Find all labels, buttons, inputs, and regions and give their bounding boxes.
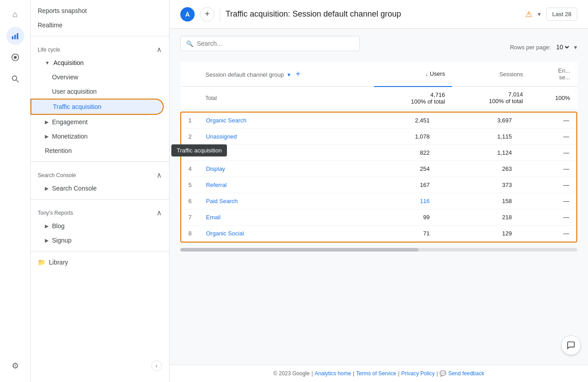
sidebar-item-realtime[interactable]: Realtime <box>30 18 169 32</box>
channel-name[interactable]: Referral <box>199 177 354 193</box>
sessions-value: 129 <box>437 225 519 241</box>
channel-name[interactable]: Organic Social <box>199 225 354 241</box>
users-value: 2,451 <box>355 113 437 129</box>
totals-label-cell: Total <box>198 87 374 110</box>
col-eng-header[interactable]: En...se... <box>530 62 577 87</box>
totals-sessions-cell: 7,014 100% of total <box>452 87 530 110</box>
lifecycle-chevron[interactable]: ∧ <box>157 45 162 54</box>
horizontal-scrollbar[interactable] <box>180 248 577 252</box>
table-row: 4 Display 254 263 — <box>181 161 576 177</box>
rows-per-page-control: Rows per page: 10 25 50 ▾ <box>510 43 577 51</box>
channel-name[interactable]: Email <box>199 209 354 225</box>
advertising-icon[interactable] <box>6 48 24 66</box>
totals-row: Total 4,716 100% of total 7,014 100% of … <box>180 87 577 110</box>
icon-rail: ⌂ ⚙ <box>0 0 30 382</box>
users-value: 116 <box>355 193 437 209</box>
content-area: 🔍 Rows per page: 10 25 50 ▾ Session def <box>170 29 588 365</box>
sidebar-item-acquisition[interactable]: ▼ Acquisition <box>30 56 169 70</box>
table-row: 7 Email 99 218 — <box>181 209 576 225</box>
users-value: 167 <box>355 177 437 193</box>
users-value: 99 <box>355 209 437 225</box>
analytics-home-link[interactable]: Analytics home <box>315 370 351 377</box>
user-acquisition-label: User acquisition <box>52 88 97 95</box>
analytics-icon[interactable] <box>6 27 24 45</box>
sidebar-item-library[interactable]: 📁 Library <box>30 255 169 269</box>
eng-value: — <box>519 144 576 161</box>
row-num: 5 <box>181 177 199 193</box>
search-console-chevron[interactable]: ∧ <box>157 171 162 179</box>
sort-arrow: ↓ <box>426 71 428 77</box>
main-header: A + Traffic acquisition: Session default… <box>170 0 588 29</box>
eng-value: — <box>519 177 576 193</box>
date-range-button[interactable]: Last 28 <box>546 8 577 21</box>
search-input[interactable] <box>197 40 354 47</box>
dimension-filter-icon[interactable]: ▾ <box>287 71 291 78</box>
table-row: 6 Paid Search 116 158 — <box>181 193 576 209</box>
scrollbar-thumb[interactable] <box>180 248 418 252</box>
signup-label: Signup <box>52 237 72 244</box>
eng-value: — <box>519 113 576 129</box>
col-num <box>180 62 198 87</box>
title-dropdown-arrow[interactable]: ▾ <box>538 11 541 17</box>
channel-name[interactable]: Organic Search <box>199 113 354 129</box>
sidebar-collapse-button[interactable]: ‹ <box>151 360 162 371</box>
channel-name[interactable]: Paid Search <box>199 193 354 209</box>
tonys-reports-chevron[interactable]: ∧ <box>157 208 162 217</box>
eng-value: — <box>519 193 576 209</box>
tonys-reports-section: Tony's Reports ∧ <box>30 203 169 219</box>
channel-name[interactable]: Display <box>199 161 354 177</box>
lifecycle-section: Life cycle ∧ <box>30 40 169 56</box>
sidebar-item-retention[interactable]: Retention <box>30 143 169 158</box>
sidebar-item-user-acquisition[interactable]: User acquisition <box>30 84 169 99</box>
lifecycle-label: Life cycle <box>38 47 60 53</box>
privacy-policy-link[interactable]: Privacy Policy <box>401 370 435 377</box>
sessions-value: 1,124 <box>437 144 519 161</box>
sessions-value: 263 <box>437 161 519 177</box>
search-bar: 🔍 <box>180 36 360 51</box>
table-row: 3 Direct 822 1,124 — <box>181 144 576 161</box>
settings-icon[interactable]: ⚙ <box>6 357 24 375</box>
col-dimension-header[interactable]: Session default channel group ▾ + <box>198 62 374 87</box>
sidebar-item-overview[interactable]: Overview <box>30 70 169 84</box>
engagement-arrow: ▶ <box>45 119 48 125</box>
search-console-section: Search Console ∧ <box>30 165 169 181</box>
rows-per-page-select[interactable]: 10 25 50 <box>554 43 571 51</box>
header-divider <box>220 7 220 22</box>
svg-point-4 <box>13 56 17 59</box>
users-value: 822 <box>355 144 437 161</box>
main-content: A + Traffic acquisition: Session default… <box>170 0 588 382</box>
data-table-wrapper: 1 Organic Search 2,451 3,697 — 2 Unassig… <box>180 112 577 243</box>
channel-name[interactable]: Unassigned <box>199 128 354 144</box>
blog-arrow: ▶ <box>45 223 48 229</box>
traffic-acquisition-tooltip: Traffic acquisition <box>171 144 227 156</box>
sidebar-item-signup[interactable]: ▶ Signup <box>30 233 169 247</box>
sidebar-item-blog[interactable]: ▶ Blog <box>30 219 169 233</box>
acquisition-arrow: ▼ <box>45 60 50 65</box>
sidebar-item-reports-snapshot[interactable]: Reports snapshot <box>30 4 169 18</box>
sidebar-item-monetization[interactable]: ▶ Monetization <box>30 129 169 143</box>
chat-button[interactable] <box>561 335 581 355</box>
sessions-value: 373 <box>437 177 519 193</box>
sidebar-item-search-console[interactable]: ▶ Search Console <box>30 181 169 195</box>
add-button[interactable]: + <box>200 7 214 22</box>
warning-icon: ⚠ <box>525 9 532 19</box>
terms-of-service-link[interactable]: Terms of Service <box>356 370 396 377</box>
search-console-item-label: Search Console <box>52 185 97 192</box>
feedback-icon: 💬 <box>440 370 446 377</box>
overview-label: Overview <box>52 74 78 81</box>
eng-value: — <box>519 225 576 241</box>
search-console-arrow: ▶ <box>45 186 48 191</box>
send-feedback-link[interactable]: Send feedback <box>448 370 484 377</box>
svg-rect-2 <box>17 33 18 39</box>
eng-value: — <box>519 161 576 177</box>
sessions-value: 218 <box>437 209 519 225</box>
col-users-header[interactable]: ↓ Users <box>374 62 452 87</box>
home-icon[interactable]: ⌂ <box>6 5 24 23</box>
search-console-icon[interactable] <box>6 70 24 88</box>
svg-point-5 <box>12 76 17 80</box>
add-dimension-icon[interactable]: + <box>296 69 301 78</box>
sessions-value: 1,115 <box>437 128 519 144</box>
sidebar-item-engagement[interactable]: ▶ Engagement <box>30 115 169 129</box>
col-sessions-header[interactable]: Sessions <box>452 62 530 87</box>
sidebar-item-traffic-acquisition[interactable]: Traffic acquisition <box>30 99 164 115</box>
